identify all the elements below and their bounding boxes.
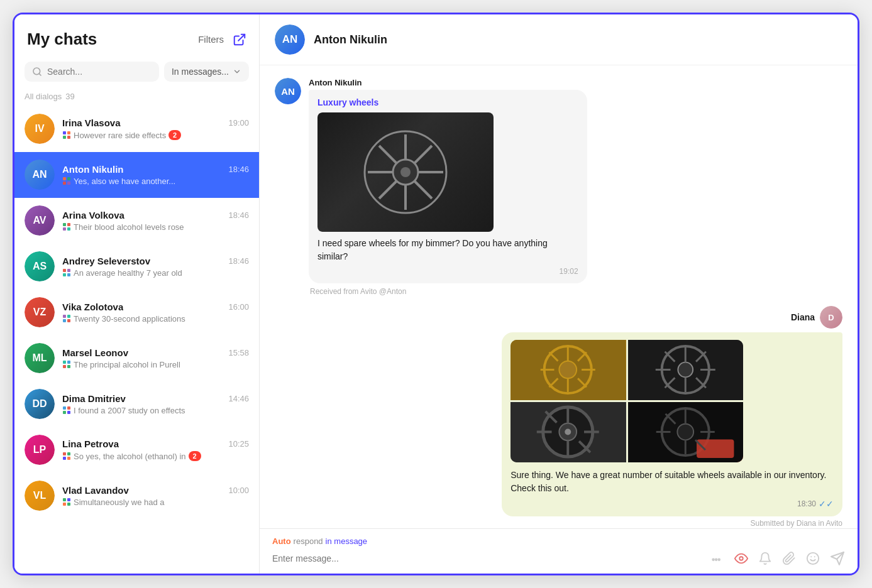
avatar: AN: [25, 160, 55, 190]
svg-rect-11: [63, 223, 66, 226]
svg-rect-26: [67, 365, 70, 368]
chevron-down-icon: [233, 67, 241, 76]
preview-icon: [62, 406, 71, 415]
chat-preview: However rare side effects 2: [62, 130, 249, 140]
chat-info: Marsel Leonov 15:58 The principal alcoho…: [62, 347, 249, 369]
svg-rect-17: [63, 273, 66, 276]
send-icon[interactable]: [830, 551, 845, 566]
svg-rect-22: [67, 319, 70, 322]
sent-message-header: Diana D: [791, 306, 842, 329]
respond-label: respond: [294, 536, 323, 546]
received-bubble: Luxury wheels: [309, 90, 587, 283]
chat-name-row: Vika Zolotova 16:00: [62, 302, 249, 312]
svg-rect-28: [67, 406, 70, 410]
avatar: AV: [25, 205, 55, 236]
sent-message-wrap: Diana D: [502, 306, 842, 528]
chat-name-row: Irina Vlasova 19:00: [62, 117, 249, 128]
svg-rect-25: [63, 365, 66, 368]
emoji-icon[interactable]: [806, 552, 820, 565]
chat-info: Vika Zolotova 16:00 Twenty 30-second app…: [62, 302, 249, 324]
chat-name: Vlad Lavandov: [62, 485, 129, 496]
chat-time: 14:46: [228, 394, 249, 403]
search-bar: In messages...: [14, 57, 259, 89]
svg-rect-20: [67, 315, 70, 318]
chat-info: Dima Dmitriev 14:46 I found a 2007 study…: [62, 393, 249, 415]
svg-rect-19: [63, 315, 66, 318]
svg-rect-15: [63, 269, 66, 272]
chat-preview: Simultaneously we had a: [62, 498, 249, 507]
wheel-images-grid: [511, 340, 743, 462]
message-link[interactable]: Luxury wheels: [317, 97, 578, 107]
paperclip-icon[interactable]: [782, 552, 796, 565]
svg-rect-10: [67, 182, 70, 185]
new-chat-icon[interactable]: [233, 33, 246, 46]
sent-bubble: Sure thing. We have a great number of su…: [502, 332, 842, 516]
chat-list-item[interactable]: IV Irina Vlasova 19:00 However rare side…: [14, 106, 259, 152]
input-area: Auto respond in message: [260, 528, 858, 574]
search-input[interactable]: [47, 67, 152, 77]
chat-list-item[interactable]: DD Dima Dmitriev 14:46 I found a 2007 st…: [14, 381, 259, 427]
svg-rect-37: [63, 503, 66, 506]
preview-text: Yes, also we have another...: [74, 177, 175, 186]
preview-text: The principal alcohol in Purell: [74, 360, 180, 369]
chat-list-item[interactable]: LP Lina Petrova 10:25 So yes, the alcoho…: [14, 427, 259, 473]
svg-rect-5: [63, 136, 66, 139]
svg-rect-85: [697, 439, 734, 458]
bell-icon[interactable]: [758, 552, 772, 565]
preview-icon: [62, 131, 71, 139]
chat-name-row: Arina Volkova 18:46: [62, 210, 249, 220]
chat-name: Andrey Seleverstov: [62, 256, 150, 266]
search-input-wrap[interactable]: [25, 62, 159, 82]
message-input[interactable]: [272, 553, 703, 564]
svg-line-46: [379, 146, 397, 163]
chat-time: 16:00: [228, 302, 249, 312]
dialogs-label: All dialogs 39: [14, 89, 259, 106]
wheel-grid-img-4: [628, 402, 744, 462]
chat-list-item[interactable]: VZ Vika Zolotova 16:00 Twenty 30-second …: [14, 290, 259, 335]
svg-rect-35: [63, 498, 66, 501]
chat-time: 18:46: [228, 210, 249, 220]
preview-text: I found a 2007 study on effects: [74, 406, 185, 415]
chat-name-row: Dima Dmitriev 14:46: [62, 393, 249, 404]
svg-rect-8: [67, 177, 70, 180]
chat-time: 19:00: [228, 118, 249, 128]
filters-button[interactable]: Filters: [198, 34, 224, 45]
chat-name-row: Vlad Lavandov 10:00: [62, 485, 249, 496]
header-avatar: AN: [275, 24, 305, 55]
input-icons: [710, 551, 845, 566]
chat-preview: Yes, also we have another...: [62, 177, 249, 186]
svg-point-41: [400, 167, 411, 177]
message-input-row: [272, 551, 845, 566]
chat-list: IV Irina Vlasova 19:00 However rare side…: [14, 106, 259, 574]
chat-list-item[interactable]: AS Andrey Seleverstov 18:46 An average h…: [14, 244, 259, 290]
search-icon: [32, 67, 42, 77]
svg-rect-32: [67, 452, 70, 455]
chat-name-row: Lina Petrova 10:25: [62, 438, 249, 449]
unread-badge: 2: [168, 130, 181, 140]
chat-list-item[interactable]: VL Vlad Lavandov 10:00 Simultaneously we…: [14, 473, 259, 519]
chat-list-item[interactable]: AV Arina Volkova 18:46 Their blood alcoh…: [14, 198, 259, 244]
svg-rect-6: [67, 136, 70, 139]
svg-line-49: [379, 181, 397, 199]
chat-header-name: Anton Nikulin: [314, 33, 387, 46]
chat-time: 15:58: [228, 348, 249, 357]
eye-icon[interactable]: [734, 552, 748, 565]
chat-name-row: Anton Nikulin 18:46: [62, 164, 249, 175]
svg-rect-31: [63, 452, 66, 455]
preview-text: Simultaneously we had a: [74, 498, 165, 507]
app-container: My chats Filters In messages...: [13, 13, 859, 575]
chat-list-item[interactable]: ML Marsel Leonov 15:58 The principal alc…: [14, 335, 259, 381]
svg-line-47: [414, 181, 432, 199]
sent-message-text: Sure thing. We have a great number of su…: [511, 469, 834, 495]
avatar: AS: [25, 251, 55, 281]
svg-point-95: [739, 557, 743, 560]
svg-point-63: [678, 362, 693, 378]
avatar: ML: [25, 343, 55, 373]
filter-dropdown[interactable]: In messages...: [164, 62, 249, 82]
received-timestamp: 19:02: [317, 267, 578, 276]
sent-source: Submitted by Diana in Avito: [750, 519, 842, 528]
dots-icon[interactable]: [710, 552, 724, 565]
chat-list-item[interactable]: AN Anton Nikulin 18:46 Yes, also we have…: [14, 152, 259, 198]
svg-rect-34: [67, 457, 70, 460]
preview-icon: [62, 360, 71, 369]
